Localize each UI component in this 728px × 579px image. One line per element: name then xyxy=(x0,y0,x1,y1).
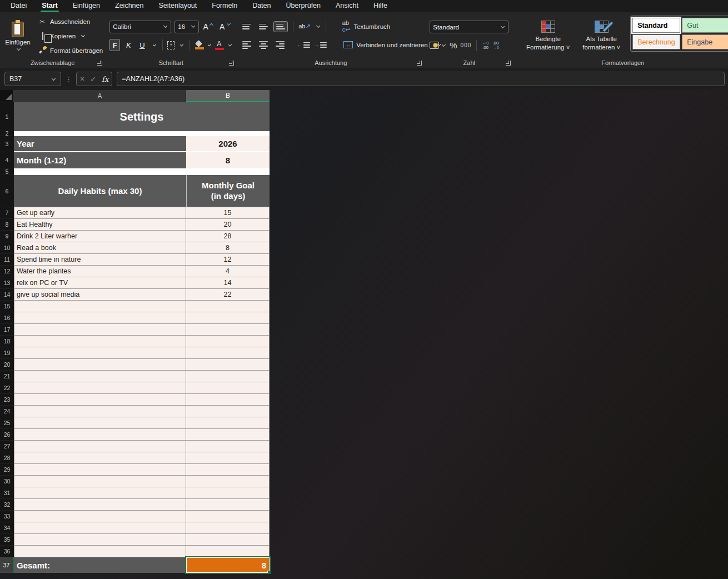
row-header-10[interactable]: 10 xyxy=(0,242,14,254)
cut-button[interactable]: ✂ Ausschneiden xyxy=(36,16,105,28)
cell-style-standard[interactable]: Standard xyxy=(632,18,680,33)
conditional-formatting-button[interactable]: BedingteFormatierung ˅ xyxy=(521,12,575,57)
comma-style-button[interactable]: 000 xyxy=(461,42,472,48)
cell-b25[interactable] xyxy=(186,417,270,429)
cell-a16[interactable] xyxy=(14,312,186,324)
row-header-30[interactable]: 30 xyxy=(0,476,14,487)
cell-b10-goal[interactable]: 8 xyxy=(186,242,270,254)
copy-button[interactable]: Kopieren xyxy=(36,30,105,42)
cell-b23[interactable] xyxy=(186,394,270,406)
cell-a23[interactable] xyxy=(14,394,186,406)
cell-spacer[interactable] xyxy=(14,131,270,136)
tab-einfuegen[interactable]: Einfügen xyxy=(68,0,105,12)
row-header-2[interactable]: 2 xyxy=(0,131,14,136)
cell-a6-header[interactable]: Daily Habits (max 30) xyxy=(14,175,186,207)
cell-a27[interactable] xyxy=(14,441,186,452)
cell-a24[interactable] xyxy=(14,406,186,417)
row-header-23[interactable]: 23 xyxy=(0,394,14,406)
row-header-25[interactable]: 25 xyxy=(0,417,14,429)
select-all-button[interactable] xyxy=(0,90,14,102)
format-as-table-button[interactable]: Als Tabelleformatieren ˅ xyxy=(575,12,628,57)
cell-a20[interactable] xyxy=(14,359,186,371)
tab-formeln[interactable]: Formeln xyxy=(207,0,242,12)
cell-a13-habit[interactable]: relx on PC or TV xyxy=(14,277,186,289)
row-header-20[interactable]: 20 xyxy=(0,359,14,371)
cell-b31[interactable] xyxy=(186,487,270,499)
chevron-down-icon[interactable] xyxy=(442,43,446,47)
format-painter-button[interactable]: Format übertragen xyxy=(36,44,105,57)
row-header-24[interactable]: 24 xyxy=(0,406,14,417)
cell-a36[interactable] xyxy=(14,546,186,557)
row-header-34[interactable]: 34 xyxy=(0,522,14,534)
tab-hilfe[interactable]: Hilfe xyxy=(368,0,392,12)
cell-b18[interactable] xyxy=(186,336,270,347)
cell-a11-habit[interactable]: Spend time in nature xyxy=(14,254,186,266)
row-header-1[interactable]: 1 xyxy=(0,102,14,131)
cell-a35[interactable] xyxy=(14,534,186,546)
cell-b34[interactable] xyxy=(186,522,270,534)
cell-b12-goal[interactable]: 4 xyxy=(186,266,270,277)
row-header-8[interactable]: 8 xyxy=(0,219,14,231)
cell-b9-goal[interactable]: 28 xyxy=(186,231,270,242)
cell-b26[interactable] xyxy=(186,429,270,441)
row-header-36[interactable]: 36 xyxy=(0,546,14,557)
number-format-select[interactable]: Standard xyxy=(430,21,508,33)
underline-button[interactable]: U xyxy=(137,39,148,51)
cell-a10-habit[interactable]: Read a book xyxy=(14,242,186,254)
cell-style-eingabe[interactable]: Eingabe xyxy=(682,34,728,49)
cell-b4-value[interactable]: 8 xyxy=(186,152,270,168)
row-header-13[interactable]: 13 xyxy=(0,277,14,289)
cell-a21[interactable] xyxy=(14,371,186,382)
cell-b35[interactable] xyxy=(186,534,270,546)
align-middle-button[interactable] xyxy=(257,22,270,32)
italic-button[interactable]: K xyxy=(123,39,134,51)
insert-function-button[interactable]: fx xyxy=(102,75,108,83)
cell-a14-habit[interactable]: give up social media xyxy=(14,289,186,301)
chevron-down-icon[interactable] xyxy=(153,43,157,47)
align-left-button[interactable] xyxy=(240,39,253,52)
row-header-11[interactable]: 11 xyxy=(0,254,14,266)
cell-a28[interactable] xyxy=(14,452,186,464)
formula-input[interactable]: =ANZAHL2(A7:A36) xyxy=(117,72,725,86)
cell-b3-value[interactable]: 2026 xyxy=(186,136,270,152)
row-header-3[interactable]: 3 xyxy=(0,136,14,152)
row-header-16[interactable]: 16 xyxy=(0,312,14,324)
cell-a17[interactable] xyxy=(14,324,186,336)
shrink-font-button[interactable]: A xyxy=(218,22,232,31)
tab-datei[interactable]: Datei xyxy=(6,0,32,12)
cell-a19[interactable] xyxy=(14,347,186,359)
row-header-35[interactable]: 35 xyxy=(0,534,14,546)
font-size-select[interactable]: 16 xyxy=(174,21,198,33)
orientation-button[interactable]: ab↗ xyxy=(298,23,310,30)
row-header-28[interactable]: 28 xyxy=(0,452,14,464)
font-color-icon[interactable]: A xyxy=(215,41,222,49)
bold-button[interactable]: F xyxy=(109,39,120,51)
cell-b11-goal[interactable]: 12 xyxy=(186,254,270,266)
row-header-33[interactable]: 33 xyxy=(0,511,14,522)
cell-a37-total-label[interactable]: Gesamt: xyxy=(14,557,186,573)
row-header-17[interactable]: 17 xyxy=(0,324,14,336)
row-header-26[interactable]: 26 xyxy=(0,429,14,441)
wrap-text-button[interactable]: abc↩ Textumbruch xyxy=(340,21,393,33)
accounting-format-icon[interactable] xyxy=(430,42,439,49)
tab-ueberpruefen[interactable]: Überprüfen xyxy=(281,0,326,12)
align-center-button[interactable] xyxy=(257,39,270,52)
font-family-select[interactable]: Calibri xyxy=(109,21,171,33)
row-header-18[interactable]: 18 xyxy=(0,336,14,347)
cell-a8-habit[interactable]: Eat Healthy xyxy=(14,219,186,231)
cell-a32[interactable] xyxy=(14,499,186,511)
cell-a9-habit[interactable]: Drink 2 Liter warher xyxy=(14,231,186,242)
cell-a25[interactable] xyxy=(14,417,186,429)
cell-b16[interactable] xyxy=(186,312,270,324)
cell-a31[interactable] xyxy=(14,487,186,499)
borders-icon[interactable] xyxy=(167,41,174,49)
cell-a15[interactable] xyxy=(14,301,186,312)
cell-b17[interactable] xyxy=(186,324,270,336)
row-header-31[interactable]: 31 xyxy=(0,487,14,499)
decrease-indent-button[interactable]: ← xyxy=(297,42,310,48)
chevron-down-icon[interactable] xyxy=(316,24,320,28)
row-header-9[interactable]: 9 xyxy=(0,231,14,242)
row-header-14[interactable]: 14 xyxy=(0,289,14,301)
cell-b24[interactable] xyxy=(186,406,270,417)
cell-b29[interactable] xyxy=(186,464,270,476)
